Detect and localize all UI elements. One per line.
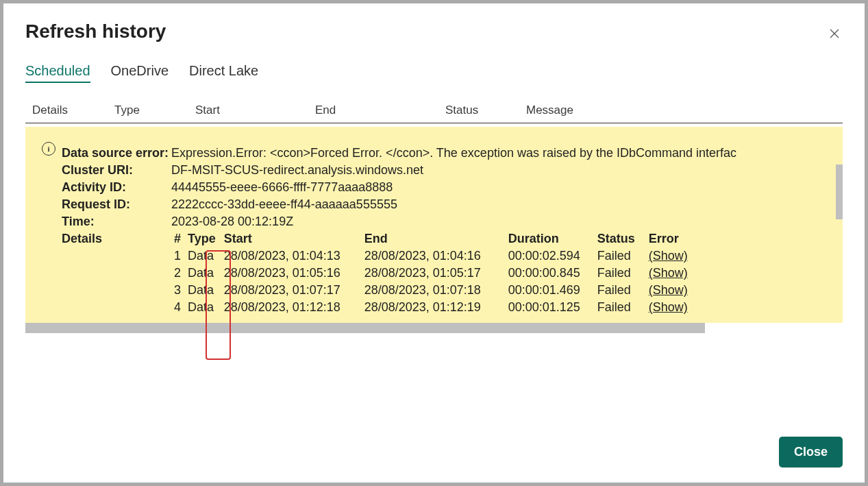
- cell-duration: 00:00:02.594: [506, 247, 595, 265]
- show-error-link[interactable]: (Show): [649, 266, 688, 280]
- cell-error: (Show): [646, 299, 693, 316]
- tabs: Scheduled OneDrive Direct Lake: [25, 63, 843, 83]
- cell-start: 28/08/2023, 01:05:16: [221, 265, 362, 282]
- history-column-headers: Details Type Start End Status Message: [25, 104, 843, 123]
- cell-end: 28/08/2023, 01:04:16: [362, 247, 506, 265]
- cell-end: 28/08/2023, 01:07:18: [362, 282, 506, 299]
- cell-num: 3: [171, 282, 185, 299]
- vertical-scrollbar[interactable]: [836, 165, 843, 219]
- label-details: Details: [45, 232, 171, 316]
- col-message: Message: [526, 104, 843, 117]
- col-type: Type: [114, 104, 195, 117]
- cell-type: Data: [185, 265, 221, 282]
- details-header-row: # Type Start End Duration Status Error: [171, 232, 693, 247]
- col-start: Start: [195, 104, 315, 117]
- col-details: Details: [32, 104, 114, 117]
- show-error-link[interactable]: (Show): [649, 249, 688, 263]
- error-details-table: # Type Start End Duration Status Error 1…: [171, 232, 693, 316]
- cell-num: 4: [171, 299, 185, 316]
- cell-error: (Show): [646, 282, 693, 299]
- table-row: 3Data28/08/2023, 01:07:1728/08/2023, 01:…: [171, 282, 693, 299]
- cell-duration: 00:00:01.469: [506, 282, 595, 299]
- refresh-history-dialog: Refresh history Scheduled OneDrive Direc…: [3, 3, 865, 483]
- table-row: 1Data28/08/2023, 01:04:1328/08/2023, 01:…: [171, 247, 693, 265]
- tab-direct-lake[interactable]: Direct Lake: [189, 63, 258, 83]
- details-col-error: Error: [646, 232, 693, 247]
- error-details-content: i Data source error: Expression.Error: <…: [25, 127, 843, 323]
- show-error-link[interactable]: (Show): [649, 300, 688, 314]
- details-col-status: Status: [595, 232, 646, 247]
- cell-status: Failed: [595, 247, 646, 265]
- label-cluster-uri: Cluster URI:: [45, 163, 171, 178]
- details-col-duration: Duration: [506, 232, 595, 247]
- cell-type: Data: [185, 282, 221, 299]
- close-icon[interactable]: [825, 24, 844, 43]
- cell-status: Failed: [595, 265, 646, 282]
- cell-duration: 00:00:01.125: [506, 299, 595, 316]
- cell-type: Data: [185, 299, 221, 316]
- table-row: 4Data28/08/2023, 01:12:1828/08/2023, 01:…: [171, 299, 693, 316]
- value-cluster-uri: DF-MSIT-SCUS-redirect.analysis.windows.n…: [171, 163, 843, 178]
- value-data-source-error: Expression.Error: <ccon>Forced Error. </…: [171, 146, 843, 160]
- cell-type: Data: [185, 247, 221, 265]
- info-icon: i: [42, 142, 55, 156]
- tab-scheduled[interactable]: Scheduled: [25, 63, 90, 83]
- cell-error: (Show): [646, 247, 693, 265]
- tab-onedrive[interactable]: OneDrive: [111, 63, 169, 83]
- cell-error: (Show): [646, 265, 693, 282]
- cell-num: 1: [171, 247, 185, 265]
- details-col-type: Type: [185, 232, 221, 247]
- value-request-id: 2222cccc-33dd-eeee-ff44-aaaaaa555555: [171, 197, 843, 212]
- horizontal-scrollbar[interactable]: [25, 323, 705, 333]
- table-row: 2Data28/08/2023, 01:05:1628/08/2023, 01:…: [171, 265, 693, 282]
- col-status: Status: [445, 104, 526, 117]
- details-col-start: Start: [221, 232, 362, 247]
- dialog-title: Refresh history: [25, 21, 843, 42]
- value-activity-id: 44445555-eeee-6666-ffff-7777aaaa8888: [171, 180, 843, 195]
- label-time: Time:: [45, 215, 171, 229]
- details-col-end: End: [362, 232, 506, 247]
- cell-end: 28/08/2023, 01:05:17: [362, 265, 506, 282]
- cell-duration: 00:00:00.845: [506, 265, 595, 282]
- cell-end: 28/08/2023, 01:12:19: [362, 299, 506, 316]
- error-details-panel: i Data source error: Expression.Error: <…: [25, 127, 843, 333]
- details-col-num: #: [171, 232, 185, 247]
- cell-start: 28/08/2023, 01:07:17: [221, 282, 362, 299]
- label-request-id: Request ID:: [45, 197, 171, 212]
- cell-num: 2: [171, 265, 185, 282]
- value-time: 2023-08-28 00:12:19Z: [171, 215, 843, 229]
- col-end: End: [315, 104, 445, 117]
- cell-status: Failed: [595, 299, 646, 316]
- cell-start: 28/08/2023, 01:04:13: [221, 247, 362, 265]
- cell-start: 28/08/2023, 01:12:18: [221, 299, 362, 316]
- show-error-link[interactable]: (Show): [649, 283, 688, 297]
- label-data-source-error: Data source error:: [45, 146, 171, 160]
- close-button[interactable]: Close: [779, 437, 843, 467]
- label-activity-id: Activity ID:: [45, 180, 171, 195]
- cell-status: Failed: [595, 282, 646, 299]
